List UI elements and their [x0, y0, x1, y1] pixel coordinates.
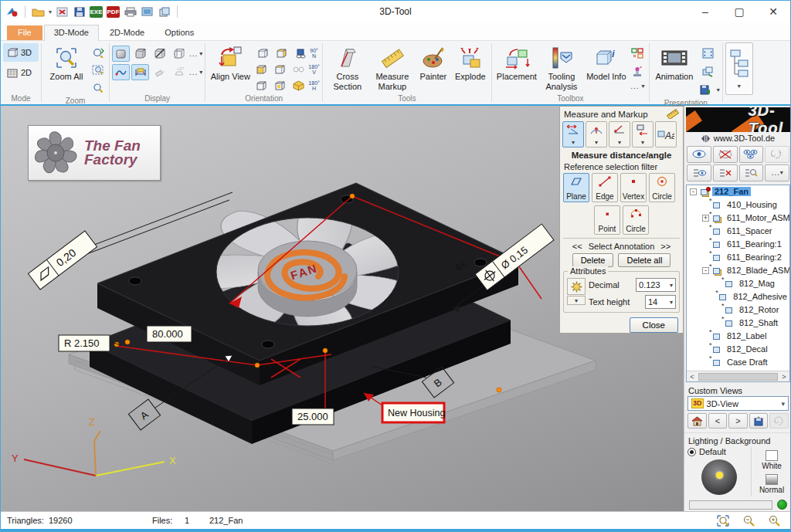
open-file-button[interactable]	[32, 6, 45, 18]
record-video-button[interactable]	[697, 82, 715, 98]
show-multiple-button[interactable]	[739, 146, 764, 163]
tool-dropdown[interactable]: ▾	[572, 139, 575, 146]
display-eraser-button[interactable]	[151, 64, 168, 80]
flatness-callout[interactable]: 0,20	[28, 231, 97, 290]
view-bottom-button[interactable]	[271, 77, 289, 93]
maximize-button[interactable]: ▢	[722, 2, 756, 22]
search-tree-button[interactable]	[739, 164, 764, 181]
rotate-180-horizontal-button[interactable]: 180°H	[308, 80, 320, 91]
rotate-180-vertical-button[interactable]: 180°V	[308, 64, 320, 75]
tree-item-label[interactable]: 611_Bearing:1	[725, 239, 784, 249]
zoom-fit-button[interactable]	[716, 514, 730, 527]
delete-button[interactable]: Delete	[572, 253, 614, 267]
mode-3d-button[interactable]: 3D	[3, 43, 39, 62]
annotation-settings-button[interactable]	[567, 278, 586, 295]
tree-item-611-spacer[interactable]: *611_Spacer	[687, 225, 789, 238]
tree-horizontal-scrollbar[interactable]: <>	[687, 371, 789, 381]
fullscreen-button[interactable]	[699, 45, 717, 61]
radius-label[interactable]: R 2.150	[59, 335, 110, 351]
display-more-1[interactable]: ...	[189, 49, 198, 58]
tool-dropdown[interactable]: ▾	[641, 139, 644, 146]
collapse-sidebar-handle[interactable]	[701, 135, 710, 142]
tree-item-label[interactable]: 812_Blade_ASM	[725, 266, 790, 275]
tree-item-label[interactable]: 812_Shaft	[737, 318, 780, 327]
custom-view-select[interactable]: 3D 3D-View ▾	[687, 396, 789, 411]
tab-file[interactable]: File	[7, 25, 42, 40]
tree-item-label[interactable]: 611_Bearing:2	[725, 252, 784, 262]
export-pdf-button[interactable]: PDF	[107, 6, 120, 18]
tree-item-label[interactable]: 410_Housing	[725, 200, 779, 209]
tooling-analysis-button[interactable]: Tooling Analysis	[539, 42, 584, 93]
tree-item-label[interactable]: 812_Decal	[725, 344, 770, 354]
toolbox-more-dropdown[interactable]: ▾	[642, 83, 645, 90]
tree-item-812-adhesive[interactable]: *812_Adhesive	[687, 290, 789, 303]
text-height-select[interactable]: 14▾	[645, 295, 676, 309]
tab-2d-mode[interactable]: 2D-Mode	[100, 25, 154, 40]
tree-item-label[interactable]: 812_Adhesive	[731, 292, 789, 301]
tree-item-410-housing[interactable]: *410_Housing	[687, 198, 789, 212]
tool-dropdown[interactable]: ▾	[595, 139, 598, 146]
print-button[interactable]	[124, 6, 137, 18]
cross-section-button[interactable]: Cross Section	[325, 42, 370, 93]
show-tree-selection-button[interactable]	[687, 164, 711, 181]
view-right-button[interactable]	[271, 61, 289, 77]
view-top-button[interactable]	[253, 77, 270, 93]
tree-item-212-fan[interactable]: -212_Fan	[687, 185, 789, 198]
display-wireframe-button[interactable]	[170, 46, 188, 62]
tree-item-812-label[interactable]: *812_Label	[687, 330, 789, 343]
tree-item-812-shaft[interactable]: *812_Shaft	[687, 317, 789, 330]
tree-item-case-draft[interactable]: *Case Draft	[687, 356, 789, 369]
copy-button[interactable]	[158, 6, 171, 18]
background-normal-swatch[interactable]	[766, 474, 778, 485]
view-isometric-button[interactable]	[290, 77, 307, 93]
lighting-default-radio[interactable]: Default	[687, 447, 726, 456]
3d-viewport[interactable]: FAN	[1, 106, 684, 511]
zoom-previous-button[interactable]	[89, 44, 107, 60]
tree-expander[interactable]: -	[690, 188, 697, 195]
display-section-button[interactable]	[151, 46, 168, 62]
zoom-all-button[interactable]: Zoom All	[44, 42, 89, 83]
save-view-button[interactable]	[749, 413, 769, 429]
export-exe-button[interactable]: EXE	[90, 6, 103, 18]
next-annotation-button[interactable]: >>	[660, 242, 670, 251]
tree-item-611-bearing-1[interactable]: *611_Bearing:1	[687, 238, 789, 251]
show-part-button[interactable]	[687, 146, 711, 163]
tab-3d-mode[interactable]: 3D-Mode	[44, 25, 99, 41]
zoom-in-out-button[interactable]	[89, 80, 107, 96]
display-more-2[interactable]: ...	[189, 68, 198, 76]
scroll-left-arrow[interactable]: <	[687, 373, 698, 381]
view-front-button[interactable]	[254, 45, 272, 61]
restore-view-button[interactable]	[769, 413, 789, 429]
tree-item-611-motor-asm[interactable]: +*611_Motor_ASM	[687, 212, 789, 225]
zoom-window-button[interactable]	[89, 62, 107, 78]
measure-radius-tool[interactable]: ▾	[586, 121, 607, 147]
align-view-button[interactable]: Align View	[208, 42, 253, 83]
model-info-button[interactable]: i Model Info	[584, 42, 629, 83]
tree-item-label[interactable]: Case Draft	[725, 357, 770, 367]
tree-item-label[interactable]: 212_Fan	[712, 187, 751, 196]
measure-coordinate-tool[interactable]: ▾	[632, 121, 654, 147]
tree-expander[interactable]: -	[702, 267, 709, 274]
text-annotation-tool[interactable]: Aa	[655, 121, 677, 147]
stamp-tool-button[interactable]	[629, 63, 647, 80]
tree-expander[interactable]: +	[702, 215, 709, 222]
measure-edge-tool[interactable]: ▾	[609, 121, 630, 147]
panel-close-button[interactable]: Close	[630, 317, 678, 333]
display-unfold-button[interactable]: +1?	[170, 64, 188, 80]
tree-item-812-blade-asm[interactable]: -*812_Blade_ASM	[687, 264, 789, 277]
mode-2d-button[interactable]: 2D	[3, 63, 39, 82]
view-save-button[interactable]	[291, 45, 309, 61]
filter-point-button[interactable]: Point	[594, 205, 620, 235]
painter-button[interactable]: Painter	[415, 42, 452, 83]
tab-options[interactable]: Options	[155, 25, 203, 40]
prev-annotation-button[interactable]: <<	[572, 242, 582, 251]
decimal-select[interactable]: 0.123▾	[636, 278, 676, 292]
compare-models-button[interactable]	[629, 45, 647, 61]
save-button[interactable]	[73, 6, 86, 18]
background-white-swatch[interactable]	[766, 450, 778, 461]
dim-80-label[interactable]: 80.000	[147, 326, 192, 342]
tree-item-label[interactable]: 611_Spacer	[725, 226, 775, 236]
zoom-in-button[interactable]	[768, 514, 781, 527]
tree-item-812-decal[interactable]: *812_Decal	[687, 343, 789, 356]
measure-distance-angle-tool[interactable]: ▾	[562, 121, 584, 147]
